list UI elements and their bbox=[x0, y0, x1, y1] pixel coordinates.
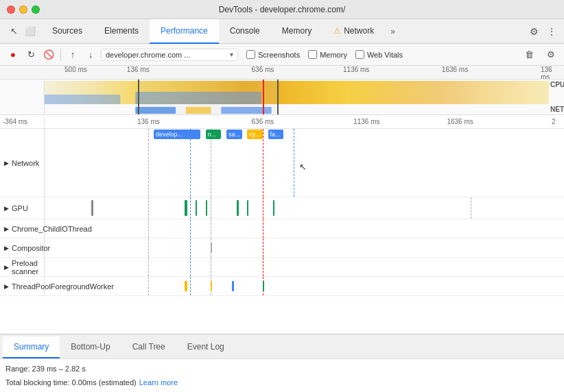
net-bar-area bbox=[45, 106, 549, 114]
pill-develop: develop... bbox=[154, 130, 200, 139]
gpu-marker7 bbox=[273, 200, 274, 216]
reload-button[interactable]: ↻ bbox=[23, 47, 38, 62]
clear-button[interactable]: 🚫 bbox=[41, 47, 56, 62]
tick-1136ms: 1136 ms bbox=[343, 66, 369, 73]
nav-icons: ↖ ⬜ bbox=[3, 26, 41, 37]
url-dropdown-icon[interactable]: ▾ bbox=[230, 51, 233, 58]
tracks-container: ▶ Network develop... n... sa... cy... fa… bbox=[0, 129, 564, 334]
upload-button[interactable]: ↑ bbox=[65, 47, 80, 62]
time-ruler-top: 500 ms 136 ms 636 ms 1136 ms 1636 ms 136… bbox=[0, 66, 564, 79]
tab-elements[interactable]: Elements bbox=[93, 19, 150, 44]
close-button[interactable] bbox=[7, 5, 15, 14]
maximize-button[interactable] bbox=[32, 5, 40, 14]
screenshots-checkbox[interactable]: Screenshots bbox=[246, 50, 300, 59]
network-track: ▶ Network develop... n... sa... cy... fa… bbox=[0, 129, 564, 197]
memory-checkbox[interactable]: Memory bbox=[308, 50, 347, 59]
pill-cy: cy... bbox=[247, 130, 263, 139]
capture-settings-icon[interactable]: ⚙ bbox=[543, 47, 559, 62]
pill-fa: fa... bbox=[268, 130, 284, 139]
chart-left-spacer bbox=[0, 79, 45, 114]
timeline-area: 500 ms 136 ms 636 ms 1136 ms 1636 ms 136… bbox=[0, 66, 564, 334]
compositor-label[interactable]: ▶ Compositor bbox=[0, 238, 45, 257]
tab-memory[interactable]: Memory bbox=[271, 19, 322, 44]
tab-console[interactable]: Console bbox=[219, 19, 271, 44]
web-vitals-input[interactable] bbox=[355, 50, 364, 59]
io-vline3 bbox=[211, 219, 211, 238]
record-button[interactable]: ● bbox=[5, 47, 21, 62]
thread-pool-track-content bbox=[45, 277, 564, 295]
main-tabs: ↖ ⬜ Sources Elements Performance Console… bbox=[0, 19, 564, 44]
checkboxes: Screenshots Memory Web Vitals bbox=[241, 50, 403, 59]
preload-scanner-label[interactable]: ▶ Preload scanner bbox=[0, 258, 45, 276]
more-tabs-button[interactable]: » bbox=[385, 27, 401, 36]
network-track-label[interactable]: ▶ Network bbox=[0, 129, 45, 197]
cursor-icon[interactable]: ↖ bbox=[8, 26, 19, 37]
url-bar[interactable]: developer.chrome.com ... ▾ bbox=[101, 49, 238, 61]
tp-vline2 bbox=[190, 277, 191, 295]
chart-main[interactable]: CPU NET bbox=[45, 79, 564, 114]
device-icon[interactable]: ⬜ bbox=[25, 26, 36, 37]
pill-n: n... bbox=[206, 130, 222, 139]
settings-icon[interactable]: ⚙ bbox=[527, 25, 541, 38]
more-options-icon[interactable]: ⋮ bbox=[545, 25, 559, 38]
preload-expand-icon: ▶ bbox=[4, 264, 9, 271]
gpu-track-content bbox=[45, 197, 564, 219]
tick2-2: 2 bbox=[552, 118, 556, 125]
gpu-track: ▶ GPU bbox=[0, 197, 564, 219]
screenshots-input[interactable] bbox=[246, 50, 255, 59]
tab-sources[interactable]: Sources bbox=[41, 19, 93, 44]
tp-marker4 bbox=[263, 281, 264, 291]
tab-performance[interactable]: Performance bbox=[150, 19, 219, 44]
window-controls bbox=[7, 5, 40, 14]
gpu-vline3 bbox=[211, 197, 211, 219]
comp-vline1 bbox=[148, 238, 149, 257]
range-text: Range: 239 ms – 2.82 s bbox=[5, 362, 559, 376]
trash-button[interactable]: 🗑 bbox=[521, 47, 537, 62]
tab-summary[interactable]: Summary bbox=[3, 336, 60, 358]
io-vline-red bbox=[263, 219, 263, 238]
tp-marker3 bbox=[232, 281, 234, 291]
tab-summary-label: Summary bbox=[14, 342, 49, 352]
tick2-136ms: 136 ms bbox=[137, 118, 160, 125]
pre-vline-red bbox=[263, 258, 263, 276]
pill-sa: sa... bbox=[226, 130, 242, 139]
svg-rect-1 bbox=[45, 95, 120, 104]
tab-event-log[interactable]: Event Log bbox=[176, 336, 235, 358]
cpu-net-chart: CPU NET bbox=[0, 79, 564, 115]
gpu-marker6 bbox=[247, 200, 248, 216]
memory-input[interactable] bbox=[308, 50, 317, 59]
time-ruler2-ticks: 136 ms 636 ms 1136 ms 1636 ms 2 bbox=[45, 115, 564, 128]
bottom-tabs: Summary Bottom-Up Call Tree Event Log bbox=[0, 334, 564, 358]
tick-636ms: 636 ms bbox=[252, 66, 274, 73]
pre-vline3 bbox=[211, 258, 211, 276]
chrome-child-io-label[interactable]: ▶ Chrome_ChildIOThread bbox=[0, 219, 45, 238]
network-track-content: develop... n... sa... cy... fa... ↖ bbox=[45, 129, 564, 197]
comp-vline2 bbox=[190, 238, 191, 257]
tick-136ms: 136 ms bbox=[127, 66, 150, 73]
tick-500ms: 500 ms bbox=[64, 66, 87, 73]
gpu-marker2 bbox=[185, 200, 187, 216]
gpu-expand-icon: ▶ bbox=[4, 205, 9, 212]
download-button[interactable]: ↓ bbox=[83, 47, 98, 62]
tab-call-tree[interactable]: Call Tree bbox=[121, 336, 176, 358]
io-vline1 bbox=[148, 219, 149, 238]
gpu-vline-red bbox=[263, 197, 263, 219]
web-vitals-checkbox[interactable]: Web Vitals bbox=[355, 50, 403, 59]
network-label-text: Network bbox=[12, 159, 39, 167]
preload-label-text: Preload scanner bbox=[12, 259, 44, 275]
status-bar: Range: 239 ms – 2.82 s Total blocking ti… bbox=[0, 358, 564, 392]
gpu-marker4 bbox=[206, 200, 207, 216]
tab-network[interactable]: ⚠Network bbox=[322, 19, 385, 44]
vline1 bbox=[148, 129, 149, 197]
gpu-track-label[interactable]: ▶ GPU bbox=[0, 197, 45, 219]
thread-pool-label[interactable]: ▶ ThreadPoolForegroundWorker bbox=[0, 277, 45, 295]
comp-vline-red bbox=[263, 238, 263, 257]
learn-more-link[interactable]: Learn more bbox=[139, 378, 178, 387]
gpu-marker3 bbox=[196, 200, 197, 216]
tick-136ms-2: 136 ms bbox=[541, 66, 556, 79]
minimize-button[interactable] bbox=[19, 5, 27, 14]
vline4 bbox=[294, 129, 294, 197]
tick2-1136ms: 1136 ms bbox=[353, 118, 379, 125]
tab-bottom-up[interactable]: Bottom-Up bbox=[60, 336, 121, 358]
cursor-indicator: ↖ bbox=[299, 162, 307, 172]
